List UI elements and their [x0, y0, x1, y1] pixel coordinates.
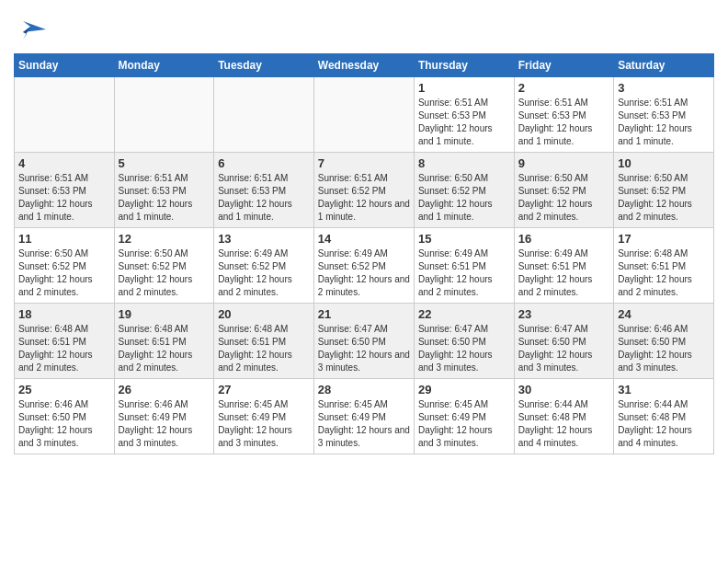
day-info: Sunrise: 6:48 AM Sunset: 6:51 PM Dayligh… — [618, 247, 710, 299]
calendar-day-cell: 14Sunrise: 6:49 AM Sunset: 6:52 PM Dayli… — [313, 228, 414, 304]
day-info: Sunrise: 6:49 AM Sunset: 6:52 PM Dayligh… — [318, 247, 410, 299]
day-info: Sunrise: 6:46 AM Sunset: 6:50 PM Dayligh… — [618, 323, 710, 374]
weekday-header-wednesday: Wednesday — [313, 54, 414, 77]
logo-icon — [14, 14, 46, 46]
calendar-day-cell — [15, 77, 115, 153]
day-number: 3 — [618, 81, 710, 95]
day-info: Sunrise: 6:49 AM Sunset: 6:52 PM Dayligh… — [218, 247, 310, 299]
calendar-day-cell: 4Sunrise: 6:51 AM Sunset: 6:53 PM Daylig… — [15, 153, 115, 228]
day-number: 2 — [518, 81, 609, 95]
weekday-header-tuesday: Tuesday — [214, 54, 314, 77]
day-info: Sunrise: 6:46 AM Sunset: 6:49 PM Dayligh… — [119, 398, 210, 450]
day-number: 20 — [218, 307, 310, 321]
calendar-day-cell: 22Sunrise: 6:47 AM Sunset: 6:50 PM Dayli… — [414, 304, 514, 379]
day-number: 10 — [618, 156, 710, 170]
calendar-day-cell: 11Sunrise: 6:50 AM Sunset: 6:52 PM Dayli… — [15, 228, 115, 304]
day-info: Sunrise: 6:49 AM Sunset: 6:51 PM Dayligh… — [418, 247, 510, 299]
calendar-day-cell: 21Sunrise: 6:47 AM Sunset: 6:50 PM Dayli… — [313, 304, 414, 379]
weekday-header-saturday: Saturday — [614, 54, 714, 77]
day-info: Sunrise: 6:50 AM Sunset: 6:52 PM Dayligh… — [618, 172, 710, 224]
calendar-day-cell: 2Sunrise: 6:51 AM Sunset: 6:53 PM Daylig… — [514, 77, 613, 153]
calendar-day-cell: 25Sunrise: 6:46 AM Sunset: 6:50 PM Dayli… — [15, 379, 115, 454]
day-number: 7 — [318, 156, 410, 170]
calendar-day-cell: 17Sunrise: 6:48 AM Sunset: 6:51 PM Dayli… — [614, 228, 714, 304]
day-number: 14 — [318, 232, 410, 246]
day-number: 12 — [119, 232, 210, 246]
calendar-day-cell: 26Sunrise: 6:46 AM Sunset: 6:49 PM Dayli… — [114, 379, 214, 454]
calendar-day-cell — [214, 77, 314, 153]
day-number: 4 — [18, 156, 110, 170]
weekday-header-monday: Monday — [114, 54, 214, 77]
day-info: Sunrise: 6:51 AM Sunset: 6:53 PM Dayligh… — [18, 172, 110, 224]
day-info: Sunrise: 6:51 AM Sunset: 6:53 PM Dayligh… — [418, 97, 510, 148]
calendar-week-4: 18Sunrise: 6:48 AM Sunset: 6:51 PM Dayli… — [15, 304, 714, 379]
day-info: Sunrise: 6:48 AM Sunset: 6:51 PM Dayligh… — [18, 323, 110, 374]
day-info: Sunrise: 6:50 AM Sunset: 6:52 PM Dayligh… — [119, 247, 210, 299]
day-number: 18 — [18, 307, 110, 321]
day-info: Sunrise: 6:44 AM Sunset: 6:48 PM Dayligh… — [518, 398, 609, 450]
day-number: 17 — [618, 232, 710, 246]
calendar-day-cell: 23Sunrise: 6:47 AM Sunset: 6:50 PM Dayli… — [514, 304, 613, 379]
day-number: 1 — [418, 81, 510, 95]
day-number: 30 — [518, 383, 609, 396]
calendar-day-cell: 6Sunrise: 6:51 AM Sunset: 6:53 PM Daylig… — [214, 153, 314, 228]
day-number: 24 — [618, 307, 710, 321]
page-header — [14, 9, 714, 46]
day-info: Sunrise: 6:49 AM Sunset: 6:51 PM Dayligh… — [518, 247, 609, 299]
calendar-day-cell: 29Sunrise: 6:45 AM Sunset: 6:49 PM Dayli… — [414, 379, 514, 454]
calendar-week-2: 4Sunrise: 6:51 AM Sunset: 6:53 PM Daylig… — [15, 153, 714, 228]
calendar-week-1: 1Sunrise: 6:51 AM Sunset: 6:53 PM Daylig… — [15, 77, 714, 153]
day-number: 6 — [218, 156, 310, 170]
weekday-header-thursday: Thursday — [414, 54, 514, 77]
day-number: 22 — [418, 307, 510, 321]
calendar-day-cell: 18Sunrise: 6:48 AM Sunset: 6:51 PM Dayli… — [15, 304, 115, 379]
day-number: 21 — [318, 307, 410, 321]
day-number: 13 — [218, 232, 310, 246]
day-number: 16 — [518, 232, 609, 246]
calendar-day-cell: 31Sunrise: 6:44 AM Sunset: 6:48 PM Dayli… — [614, 379, 714, 454]
calendar-day-cell: 7Sunrise: 6:51 AM Sunset: 6:52 PM Daylig… — [313, 153, 414, 228]
day-number: 19 — [119, 307, 210, 321]
day-info: Sunrise: 6:51 AM Sunset: 6:52 PM Dayligh… — [318, 172, 410, 224]
day-info: Sunrise: 6:47 AM Sunset: 6:50 PM Dayligh… — [318, 323, 410, 374]
day-number: 11 — [18, 232, 110, 246]
day-number: 23 — [518, 307, 609, 321]
day-number: 27 — [218, 383, 310, 396]
calendar-day-cell: 13Sunrise: 6:49 AM Sunset: 6:52 PM Dayli… — [214, 228, 314, 304]
day-info: Sunrise: 6:44 AM Sunset: 6:48 PM Dayligh… — [618, 398, 710, 450]
day-number: 29 — [418, 383, 510, 396]
day-info: Sunrise: 6:50 AM Sunset: 6:52 PM Dayligh… — [518, 172, 609, 224]
calendar-day-cell: 20Sunrise: 6:48 AM Sunset: 6:51 PM Dayli… — [214, 304, 314, 379]
calendar-day-cell: 28Sunrise: 6:45 AM Sunset: 6:49 PM Dayli… — [313, 379, 414, 454]
calendar-day-cell: 12Sunrise: 6:50 AM Sunset: 6:52 PM Dayli… — [114, 228, 214, 304]
calendar-day-cell — [114, 77, 214, 153]
day-info: Sunrise: 6:47 AM Sunset: 6:50 PM Dayligh… — [518, 323, 609, 374]
calendar-day-cell: 10Sunrise: 6:50 AM Sunset: 6:52 PM Dayli… — [614, 153, 714, 228]
day-info: Sunrise: 6:51 AM Sunset: 6:53 PM Dayligh… — [218, 172, 310, 224]
calendar-day-cell: 8Sunrise: 6:50 AM Sunset: 6:52 PM Daylig… — [414, 153, 514, 228]
day-info: Sunrise: 6:45 AM Sunset: 6:49 PM Dayligh… — [418, 398, 510, 450]
day-number: 28 — [318, 383, 410, 396]
calendar-day-cell: 19Sunrise: 6:48 AM Sunset: 6:51 PM Dayli… — [114, 304, 214, 379]
calendar-day-cell: 1Sunrise: 6:51 AM Sunset: 6:53 PM Daylig… — [414, 77, 514, 153]
day-number: 15 — [418, 232, 510, 246]
day-info: Sunrise: 6:51 AM Sunset: 6:53 PM Dayligh… — [518, 97, 609, 148]
day-info: Sunrise: 6:50 AM Sunset: 6:52 PM Dayligh… — [18, 247, 110, 299]
weekday-header-sunday: Sunday — [15, 54, 115, 77]
weekday-header-row: SundayMondayTuesdayWednesdayThursdayFrid… — [15, 54, 714, 77]
day-info: Sunrise: 6:47 AM Sunset: 6:50 PM Dayligh… — [418, 323, 510, 374]
weekday-header-friday: Friday — [514, 54, 613, 77]
calendar-week-3: 11Sunrise: 6:50 AM Sunset: 6:52 PM Dayli… — [15, 228, 714, 304]
day-info: Sunrise: 6:46 AM Sunset: 6:50 PM Dayligh… — [18, 398, 110, 450]
calendar-day-cell: 9Sunrise: 6:50 AM Sunset: 6:52 PM Daylig… — [514, 153, 613, 228]
day-info: Sunrise: 6:48 AM Sunset: 6:51 PM Dayligh… — [119, 323, 210, 374]
calendar-day-cell — [313, 77, 414, 153]
calendar-day-cell: 27Sunrise: 6:45 AM Sunset: 6:49 PM Dayli… — [214, 379, 314, 454]
logo — [14, 14, 50, 46]
day-number: 8 — [418, 156, 510, 170]
calendar-table: SundayMondayTuesdayWednesdayThursdayFrid… — [14, 53, 714, 454]
day-number: 31 — [618, 383, 710, 396]
day-info: Sunrise: 6:50 AM Sunset: 6:52 PM Dayligh… — [418, 172, 510, 224]
calendar-day-cell: 24Sunrise: 6:46 AM Sunset: 6:50 PM Dayli… — [614, 304, 714, 379]
day-info: Sunrise: 6:45 AM Sunset: 6:49 PM Dayligh… — [318, 398, 410, 450]
